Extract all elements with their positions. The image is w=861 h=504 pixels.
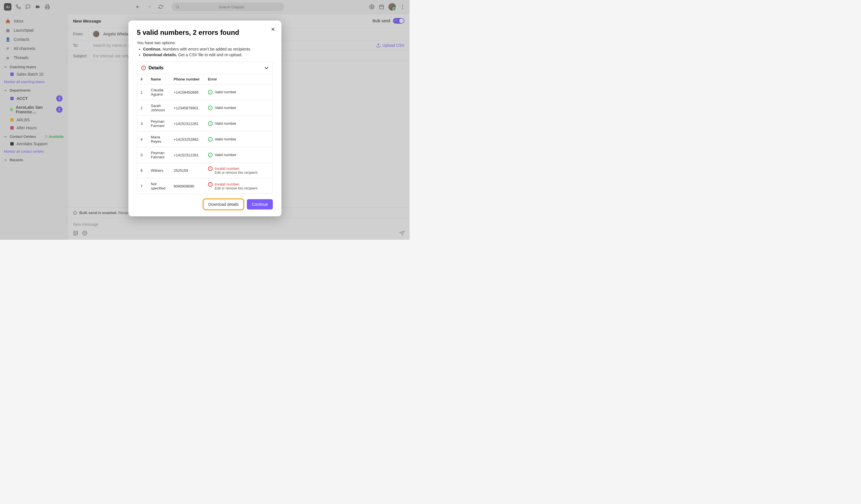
status-text: Valid number: [215, 137, 236, 141]
cell-name: Withers: [148, 163, 170, 178]
status-text: Invalid number.: [215, 182, 258, 186]
error-icon: !: [141, 66, 146, 70]
table-row: 2Sarah Johnson+12345678901✓Valid number: [137, 100, 273, 116]
cell-status: !Invalid number.Edit or remove this reci…: [205, 178, 273, 194]
validation-table: # Name Phone number Error 1Claudia Aguir…: [137, 74, 273, 194]
modal-overlay: ✕ 5 valid numbers, 2 errors found You ha…: [0, 0, 410, 240]
check-icon: ✓: [208, 121, 213, 126]
status-text: Valid number: [215, 153, 236, 157]
validation-modal: ✕ 5 valid numbers, 2 errors found You ha…: [128, 21, 282, 216]
cell-index: 1: [137, 84, 148, 100]
cell-phone: 9090909090: [170, 178, 205, 194]
cell-name: Peyman Farmani: [148, 116, 170, 132]
check-icon: ✓: [208, 137, 213, 141]
details-label: Details: [149, 65, 164, 70]
status-subtext: Edit or remove this recipient.: [215, 171, 258, 175]
col-index: #: [137, 74, 148, 84]
col-error: Error: [205, 74, 273, 84]
cell-phone: +14152312261: [170, 116, 205, 132]
details-panel: ! Details # Name Phone number Error 1Cla…: [137, 62, 273, 194]
col-name: Name: [148, 74, 170, 84]
cell-index: 5: [137, 147, 148, 163]
cell-status: ✓Valid number: [205, 100, 273, 116]
opt2-text: Get a CSV file to edit and re-upload.: [177, 53, 243, 57]
cell-phone: +14153252862: [170, 132, 205, 147]
cell-index: 7: [137, 178, 148, 194]
cell-index: 3: [137, 116, 148, 132]
table-row: 5Peyman Farmani+14152312261✓Valid number: [137, 147, 273, 163]
chevron-down-icon: [264, 66, 269, 70]
table-row: 3Peyman Farmani+14152312261✓Valid number: [137, 116, 273, 132]
table-row: 4Maria Reyes+14153252862✓Valid number: [137, 132, 273, 147]
cell-index: 4: [137, 132, 148, 147]
opt2-strong: Download details.: [143, 53, 177, 57]
status-text: Valid number: [215, 90, 236, 94]
check-icon: ✓: [208, 153, 213, 157]
status-text: Invalid number.: [215, 166, 258, 171]
error-icon: !: [208, 182, 213, 187]
cell-status: ✓Valid number: [205, 116, 273, 132]
cell-status: ✓Valid number: [205, 147, 273, 163]
cell-name: Maria Reyes: [148, 132, 170, 147]
cell-phone: +14152312261: [170, 147, 205, 163]
table-row: 1Claudia Aguirre+14158450695✓Valid numbe…: [137, 84, 273, 100]
cell-name: Sarah Johnson: [148, 100, 170, 116]
table-row: 7Not specified9090909090!Invalid number.…: [137, 178, 273, 194]
continue-button[interactable]: Continue: [247, 199, 273, 209]
cell-phone: +12345678901: [170, 100, 205, 116]
modal-title: 5 valid numbers, 2 errors found: [137, 29, 273, 37]
opt1-text: Numbers with errors won't be added as re…: [162, 47, 251, 51]
check-icon: ✓: [208, 106, 213, 110]
cell-status: ✓Valid number: [205, 84, 273, 100]
cell-phone: +14158450695: [170, 84, 205, 100]
table-row: 6Withers2525159!Invalid number.Edit or r…: [137, 163, 273, 178]
col-phone: Phone number: [170, 74, 205, 84]
modal-actions: Download details Continue: [137, 199, 273, 209]
check-icon: ✓: [208, 90, 213, 94]
close-button[interactable]: ✕: [271, 26, 275, 32]
cell-status: !Invalid number.Edit or remove this reci…: [205, 163, 273, 178]
status-text: Valid number: [215, 106, 236, 110]
opt1-strong: Continue.: [143, 47, 162, 51]
modal-options: Continue. Numbers with errors won't be a…: [143, 47, 273, 57]
cell-index: 2: [137, 100, 148, 116]
error-icon: !: [208, 166, 213, 171]
cell-name: Peyman Farmani: [148, 147, 170, 163]
download-details-button[interactable]: Download details: [204, 199, 244, 209]
cell-status: ✓Valid number: [205, 132, 273, 147]
cell-name: Claudia Aguirre: [148, 84, 170, 100]
cell-index: 6: [137, 163, 148, 178]
details-toggle[interactable]: ! Details: [137, 62, 273, 74]
cell-phone: 2525159: [170, 163, 205, 178]
status-text: Valid number: [215, 121, 236, 125]
status-subtext: Edit or remove this recipient.: [215, 186, 258, 190]
modal-lead: You have two options:: [137, 41, 273, 45]
cell-name: Not specified: [148, 178, 170, 194]
